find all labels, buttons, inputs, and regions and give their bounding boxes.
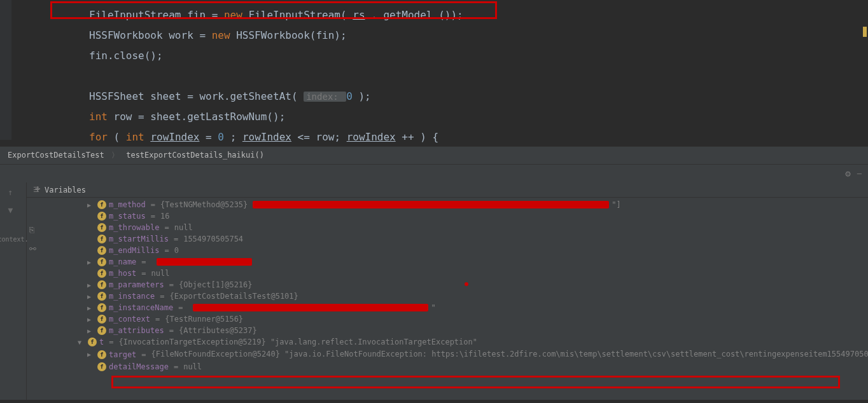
expand-arrow-icon[interactable]: ▶	[87, 293, 95, 300]
variable-row[interactable]: f m_throwable = null	[27, 222, 868, 233]
variable-row[interactable]: ▶f m_context = {TestRunner@5156}	[27, 313, 868, 325]
variable-value: null	[151, 269, 170, 278]
variable-name: m_context	[109, 315, 150, 324]
redacted-content	[253, 201, 609, 208]
variables-section: ☰ Variables ⊞ ⊟ ⊡ + ▶f m_method = {TestN…	[27, 182, 868, 400]
minus-icon[interactable]: —	[857, 169, 862, 178]
field-icon: f	[97, 223, 106, 232]
equals-sign: =	[141, 257, 146, 266]
variable-value: null	[174, 223, 193, 232]
expand-arrow-icon[interactable]: ▶	[87, 351, 95, 358]
add-watch-icon[interactable]: +	[35, 184, 40, 194]
variable-value: null	[183, 362, 202, 371]
expand-arrow-icon[interactable]: ▼	[78, 339, 85, 346]
gear-icon[interactable]: ⚙	[845, 168, 850, 179]
equals-sign: =	[151, 212, 155, 221]
field-icon: f	[97, 350, 106, 359]
variable-row[interactable]: f m_startMillis = 1554970505754	[27, 233, 868, 245]
variable-name: m_method	[109, 200, 146, 209]
variable-row[interactable]: ▶f m_name =	[27, 256, 868, 268]
expand-arrow-icon[interactable]: ▶	[87, 202, 95, 208]
variable-row[interactable]: ▶f m_attributes = {Attributes@5237}	[27, 325, 868, 336]
expand-arrow-icon[interactable]: ▶	[87, 316, 95, 323]
variable-value: {Attributes@5237}	[179, 326, 257, 335]
field-icon: f	[97, 269, 106, 278]
variable-name: detailMessage	[109, 362, 169, 371]
code-line[interactable]: for ( int rowIndex = 0 ; rowIndex <= row…	[0, 127, 868, 147]
equals-sign: =	[151, 200, 155, 209]
code-editor[interactable]: FileInputStream fin = new FileInputStrea…	[0, 0, 868, 146]
variables-header: ☰ Variables ⊞ ⊟ ⊡	[27, 182, 868, 198]
variable-name: m_throwable	[109, 223, 159, 232]
equals-sign: =	[174, 235, 178, 243]
field-icon: f	[88, 338, 97, 346]
redacted-content	[157, 258, 252, 266]
breadcrumb-separator: 〉	[111, 151, 119, 160]
expand-arrow-icon[interactable]: ▶	[87, 282, 95, 289]
up-icon[interactable]: ↑	[8, 188, 18, 198]
variable-value: 0	[174, 246, 179, 255]
code-line-empty[interactable]	[0, 66, 868, 86]
equals-sign: =	[160, 292, 164, 301]
field-icon: f	[97, 246, 106, 255]
field-icon: f	[97, 235, 106, 243]
code-line[interactable]: HSSFSheet sheet = work.getSheetAt( index…	[0, 86, 868, 107]
breadcrumb-item[interactable]: testExportCostDetails_haikui()	[126, 151, 264, 160]
breadcrumb-item[interactable]: ExportCostDetailsTest	[8, 151, 104, 160]
copy-icon[interactable]: ⎘	[29, 225, 36, 235]
variable-name: m_attributes	[109, 326, 164, 335]
variable-value: 1554970505754	[183, 235, 243, 243]
variable-row[interactable]: f m_status = 16	[27, 210, 868, 222]
debug-body: ↑ ▼ context. ⎘ ⚯ ☰ Variables ⊞ ⊟ ⊡ +	[0, 182, 868, 400]
field-icon: f	[97, 257, 106, 266]
variable-row[interactable]: f detailMessage = null	[27, 361, 868, 372]
code-line[interactable]: int row = sheet.getLastRowNum();	[0, 107, 868, 127]
field-icon: f	[97, 212, 106, 221]
variable-name: m_host	[109, 269, 136, 278]
equals-sign: =	[178, 303, 183, 312]
variable-name: target	[109, 350, 136, 359]
expand-arrow-icon[interactable]: ▶	[87, 304, 95, 311]
code-line[interactable]: fin.close();	[0, 46, 868, 66]
variables-tree[interactable]: ▶f m_method = {TestNGMethod@5235}"]f m_s…	[27, 198, 868, 400]
field-icon: f	[97, 315, 106, 324]
variable-name: m_startMillis	[109, 235, 169, 243]
gutter-marker	[863, 27, 867, 37]
link-icon[interactable]: ⚯	[29, 244, 36, 254]
variable-name: t	[99, 338, 104, 346]
variable-value: {TestRunner@5156}	[165, 315, 243, 324]
variable-name: m_instanceName	[109, 303, 173, 312]
equals-sign: =	[174, 362, 178, 371]
red-marker	[465, 282, 468, 286]
field-icon: f	[97, 362, 106, 371]
variable-value: {ExportCostDetailsTest@5101}	[169, 292, 298, 301]
expand-arrow-icon[interactable]: ▶	[87, 259, 95, 266]
variable-row[interactable]: ▶f m_method = {TestNGMethod@5235}"]	[27, 199, 868, 210]
variable-name: m_parameters	[109, 280, 164, 289]
variable-row[interactable]: ▶f m_instance = {ExportCostDetailsTest@5…	[27, 290, 868, 302]
field-icon: f	[97, 200, 106, 209]
highlight-box-top	[50, 1, 497, 19]
filter-icon[interactable]: ▼	[8, 205, 18, 215]
field-icon: f	[97, 326, 106, 335]
field-icon: f	[97, 292, 106, 301]
variable-value: {FileNotFoundException@5240} "java.io.Fi…	[151, 349, 868, 360]
debug-toolbar: ⚙ —	[0, 165, 868, 182]
variable-name: m_endMillis	[109, 246, 159, 255]
highlight-box-bottom	[111, 376, 840, 388]
variable-row[interactable]: ▼f t = {InvocationTargetException@5219} …	[27, 336, 868, 348]
field-icon: f	[97, 303, 106, 312]
code-line[interactable]: HSSFWorkbook work = new HSSFWorkbook(fin…	[0, 25, 868, 46]
equals-sign: =	[164, 246, 169, 255]
expand-arrow-icon[interactable]: ▶	[87, 327, 95, 334]
variable-row[interactable]: ▶f m_instanceName = "	[27, 302, 868, 313]
variable-row[interactable]: f m_endMillis = 0	[27, 245, 868, 256]
debug-sidebar: ↑ ▼ context. ⎘ ⚯	[0, 182, 27, 400]
variable-row[interactable]: ▶f m_parameters = {Object[1]@5216}	[27, 279, 868, 290]
variable-name: m_status	[109, 212, 146, 221]
redacted-content	[193, 304, 428, 311]
variable-row[interactable]: f m_host = null	[27, 268, 868, 279]
variable-row[interactable]: ▶f target = {FileNotFoundException@5240}…	[27, 348, 868, 361]
variable-name: m_name	[109, 257, 136, 266]
variable-name: m_instance	[109, 292, 155, 301]
